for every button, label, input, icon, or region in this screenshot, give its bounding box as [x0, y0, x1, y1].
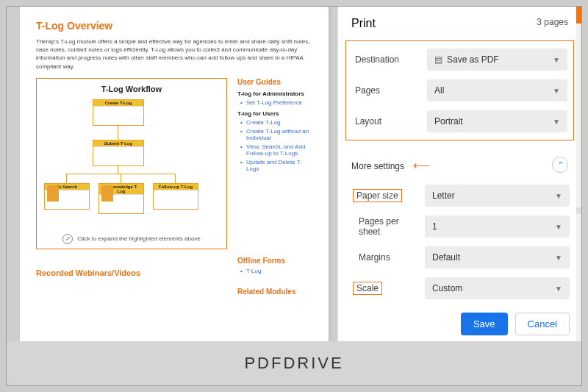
margins-label: Margins	[350, 252, 419, 263]
more-settings-label[interactable]: More settings	[351, 161, 404, 171]
pages-per-sheet-label: Pages per sheet	[350, 216, 419, 237]
chevron-down-icon: ▼	[553, 118, 560, 126]
paper-size-select[interactable]: Letter ▼	[425, 185, 570, 207]
document-preview: T-Log Overview Therap's T-Log module off…	[20, 7, 329, 341]
workflow-box: T-Log Workflow Create T-Log Submit T-Log…	[36, 78, 227, 249]
pdf-icon: ▤	[434, 54, 442, 65]
chevron-down-icon: ▼	[555, 254, 562, 262]
chevron-down-icon: ▼	[555, 192, 562, 200]
link[interactable]: View, Search, and Add Follow-up to T-Log…	[240, 143, 312, 157]
chevron-up-icon: ⌃	[557, 160, 564, 170]
offline-forms-heading: Offline Forms	[237, 257, 312, 265]
paper-size-label: Paper size	[353, 189, 402, 202]
print-preview-pane: T-Log Overview Therap's T-Log module off…	[7, 7, 337, 341]
chevron-down-icon: ▼	[555, 223, 562, 231]
workflow-title: T-Log Workflow	[41, 85, 222, 93]
expand-note: ⤢ Click to expand the highlighted elemen…	[41, 234, 222, 244]
link[interactable]: Update and Delete T-Logs	[240, 159, 312, 172]
expand-icon: ⤢	[62, 234, 73, 244]
print-dialog: Print 3 pages Destination ▤Save as PDF ▼…	[337, 7, 581, 341]
chevron-down-icon: ▼	[555, 285, 562, 293]
print-title: Print	[351, 17, 376, 30]
link[interactable]: Set T-Log Preference	[240, 99, 312, 106]
chevron-down-icon: ▼	[553, 87, 560, 95]
collapse-toggle[interactable]: ⌃	[552, 157, 568, 173]
user-guides-heading: User Guides	[237, 78, 312, 86]
destination-select[interactable]: ▤Save as PDF ▼	[427, 49, 567, 71]
pages-per-sheet-select[interactable]: 1 ▼	[425, 215, 570, 238]
link[interactable]: Create T-Log	[240, 119, 312, 126]
highlighted-group-main: Destination ▤Save as PDF ▼ Pages All ▼ L…	[345, 40, 574, 140]
save-button[interactable]: Save	[461, 313, 508, 335]
doc-intro: Therap's T-Log module offers a simple an…	[36, 38, 312, 71]
page-count: 3 pages	[537, 17, 568, 30]
pages-select[interactable]: All ▼	[427, 79, 567, 101]
related-modules-heading: Related Modules	[237, 288, 312, 296]
cancel-button[interactable]: Cancel	[515, 313, 570, 335]
scale-label: Scale	[353, 282, 382, 295]
destination-label: Destination	[352, 54, 421, 65]
scrollbar[interactable]	[576, 7, 581, 341]
recorded-heading: Recorded Webinars/Videos	[36, 268, 227, 277]
link[interactable]: Create T-Log without an Individual	[240, 128, 312, 141]
link[interactable]: T-Log	[240, 268, 312, 274]
pages-label: Pages	[352, 85, 421, 96]
annotation-arrow-icon: ⟵	[410, 159, 430, 171]
layout-select[interactable]: Portrait ▼	[427, 110, 567, 132]
scale-select[interactable]: Custom ▼	[425, 277, 570, 299]
footer-brand: PDFDRIVE	[7, 341, 581, 385]
margins-select[interactable]: Default ▼	[425, 246, 570, 268]
doc-title: T-Log Overview	[36, 20, 312, 32]
layout-label: Layout	[352, 116, 421, 126]
chevron-down-icon: ▼	[553, 56, 560, 64]
